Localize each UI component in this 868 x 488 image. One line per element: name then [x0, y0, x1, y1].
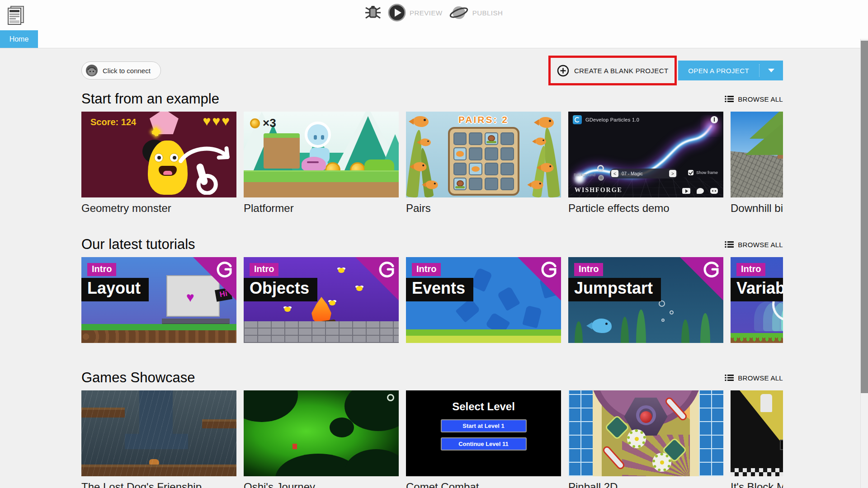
fish-shape — [456, 151, 464, 156]
astronaut-eye — [314, 135, 317, 140]
red-ball — [640, 411, 652, 423]
card-particle-effects[interactable]: GDevelop Particles 1.0 Background < — [568, 112, 723, 215]
seaweed-shape — [575, 321, 583, 343]
blocks-sign: BLOCKS — [780, 440, 783, 450]
twitter-icon — [697, 188, 704, 194]
fish-shape — [535, 138, 546, 145]
card-tutorial-objects[interactable]: Intro Objects — [244, 257, 399, 343]
section-title: Our latest tutorials — [81, 236, 195, 253]
tile-wall — [568, 390, 593, 476]
project-manager-icon[interactable] — [5, 4, 26, 25]
section-title: Start from an example — [81, 91, 219, 107]
card-caption: Platformer — [244, 202, 399, 215]
dirt-zigzag — [731, 338, 783, 343]
stacked-documents-icon — [5, 4, 26, 25]
bug-icon — [364, 4, 382, 22]
scrollbar-track[interactable] — [860, 39, 868, 488]
terrain-shape — [330, 418, 354, 437]
card-tutorial-jumpstart[interactable]: Intro Jumpstart — [568, 257, 723, 343]
card-comet-combat[interactable]: Select Level Start at Level 1 Continue L… — [406, 390, 561, 488]
gdevelop-logo-icon — [573, 115, 582, 124]
bush-shape — [364, 160, 394, 171]
tab-home[interactable]: Home — [0, 30, 38, 48]
pairs-tile — [485, 147, 498, 160]
connect-button[interactable]: Click to connect — [81, 61, 161, 80]
home-content: Click to connect CREATE A BLANK PROJECT — [0, 49, 868, 488]
section-showcase-head: Games Showcase BROWSE ALL — [81, 368, 783, 388]
seaweed-shape — [636, 310, 646, 343]
card-lost-dog[interactable]: The Lost Dog's Frienship — [81, 390, 236, 488]
checkbox-icon — [688, 170, 693, 175]
astronaut-eye — [321, 135, 324, 140]
toolbar: PREVIEW PUBLISH Home — [0, 0, 868, 48]
pairs-tile — [469, 178, 482, 190]
open-project-label: OPEN A PROJECT — [688, 67, 749, 75]
card-geometry-monster[interactable]: Score: 124 ♥♥♥ — [81, 112, 236, 215]
slime-enemy — [302, 157, 326, 171]
card-thumbnail: Select Level Start at Level 1 Continue L… — [406, 390, 561, 476]
card-tutorial-events[interactable]: Intro Events — [406, 257, 561, 343]
color-ring-icon — [598, 175, 604, 181]
gdevelop-home-window: PREVIEW PUBLISH Home — [0, 0, 868, 488]
tutorial-badge: Intro — [412, 263, 441, 276]
seaweed-shape — [621, 317, 629, 343]
wishforge-brand: WISHFORGE — [575, 187, 623, 194]
fish-shape — [420, 139, 431, 146]
section-showcase: Games Showcase BROWSE ALL — [81, 368, 783, 488]
card-pairs[interactable]: PAIRS: 2 — [406, 112, 561, 215]
pairs-tile — [469, 147, 482, 160]
list-icon — [725, 95, 734, 103]
browse-all-tutorials[interactable]: BROWSE ALL — [725, 241, 783, 249]
toolbar-center: PREVIEW PUBLISH — [364, 4, 503, 22]
coin-icon — [250, 118, 260, 128]
tile-wall — [699, 390, 723, 476]
bee-shape — [338, 268, 344, 273]
card-thumbnail — [81, 390, 236, 476]
card-thumbnail — [568, 390, 723, 476]
card-oshi-journey[interactable]: Oshi's Journey — [244, 390, 399, 488]
card-thumbnail: Intro Jumpstart — [568, 257, 723, 343]
round-bumper — [627, 429, 646, 448]
preview-button[interactable]: PREVIEW — [388, 4, 443, 22]
open-project-main[interactable]: OPEN A PROJECT — [678, 61, 759, 80]
gdevelop-logo-icon — [378, 261, 395, 278]
tutorial-title: Events — [406, 278, 473, 301]
pairs-tile — [453, 132, 467, 145]
pairs-tile — [453, 163, 467, 175]
preset-label: 07 - Magic — [620, 171, 668, 176]
monster-eye — [154, 153, 163, 162]
examples-row: Score: 124 ♥♥♥ — [81, 112, 783, 215]
browse-all-showcase[interactable]: BROWSE ALL — [725, 374, 783, 382]
grass-strip — [244, 170, 399, 182]
scrollbar-thumb[interactable] — [861, 41, 868, 393]
card-its-block[interactable]: BLOCKS It's Block Ma — [731, 390, 783, 488]
card-tutorial-variables[interactable]: Intro Variab +1 — [731, 257, 783, 343]
browse-all-examples[interactable]: BROWSE ALL — [725, 95, 783, 103]
snail-shape — [457, 180, 464, 187]
particles-ui-bar: Background < 07 - Magic > — [568, 169, 723, 181]
play-icon — [388, 4, 406, 22]
publish-label: PUBLISH — [472, 9, 503, 17]
create-blank-project-button[interactable]: CREATE A BLANK PROJECT — [555, 62, 670, 80]
pairs-tile — [500, 163, 514, 175]
planet-icon — [449, 4, 469, 22]
card-caption: Pairs — [406, 202, 561, 215]
bee-shape — [284, 307, 291, 312]
coin-count-text: ×3 — [263, 116, 276, 130]
plus-circle-icon — [557, 65, 569, 77]
social-icons — [682, 188, 718, 194]
card-platformer[interactable]: ×3 — [244, 112, 399, 215]
card-pinball-2d[interactable]: Pinball 2D — [568, 390, 723, 488]
dirt-strip — [244, 182, 399, 197]
bubble-shape — [670, 310, 674, 314]
card-tutorial-layout[interactable]: Intro Layout ♥ Hi — [81, 257, 236, 343]
card-downhill-bike[interactable]: G Downhill bik — [731, 112, 783, 215]
publish-button[interactable]: PUBLISH — [449, 4, 503, 22]
section-tutorials-head: Our latest tutorials BROWSE ALL — [81, 235, 783, 254]
open-project-dropdown[interactable] — [760, 61, 783, 80]
annotation-highlight-box: CREATE A BLANK PROJECT — [548, 56, 677, 85]
pairs-board — [448, 127, 519, 196]
debug-button[interactable] — [364, 4, 382, 22]
section-title: Games Showcase — [81, 370, 195, 386]
info-icon — [711, 116, 718, 123]
